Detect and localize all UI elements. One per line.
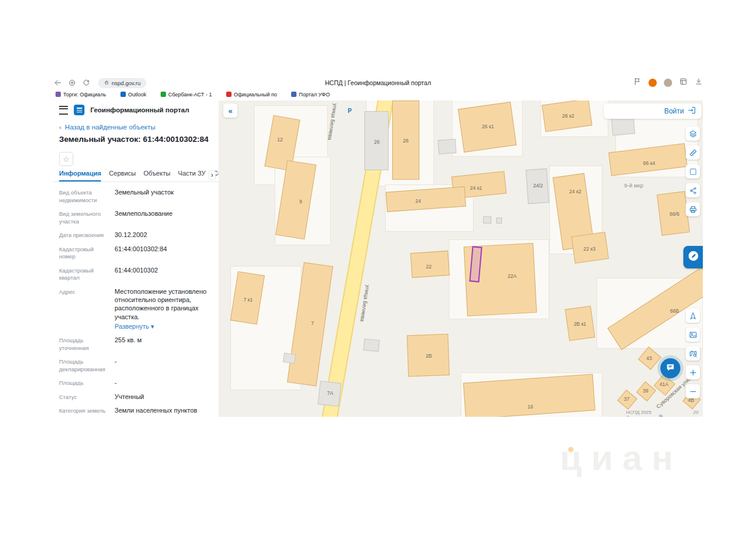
building-label: 9 xyxy=(299,199,302,205)
field-row: Кадастровый номер61:44:0010302:84 xyxy=(59,245,214,261)
profile-avatar[interactable] xyxy=(649,79,657,87)
field-label: Категория земель xyxy=(59,406,109,415)
hamburger-menu-icon[interactable] xyxy=(59,106,68,115)
chat-button[interactable] xyxy=(660,358,680,378)
district-label: 9-й мкр xyxy=(624,182,643,189)
field-value: Земельный участок xyxy=(115,188,214,204)
map-building[interactable] xyxy=(283,353,296,364)
cian-watermark: циан xyxy=(560,437,682,478)
building-label: 16 xyxy=(527,404,533,410)
field-row: Вид объекта недвижимостиЗемельный участо… xyxy=(59,188,214,204)
tool-plus-button[interactable] xyxy=(686,365,700,380)
field-row: АдресМестоположение установлено относите… xyxy=(59,287,214,330)
street-label: улица Беляева xyxy=(359,284,371,322)
bookmark-item[interactable]: Портал УФО xyxy=(291,92,330,98)
field-label: Статус xyxy=(59,393,109,401)
tool-ruler-button[interactable] xyxy=(686,145,700,160)
tool-layers-button[interactable] xyxy=(686,127,700,141)
map-tools-top xyxy=(686,127,700,216)
page-tab-title: НСПД | Геоинформационный портал xyxy=(53,79,703,86)
download-icon[interactable] xyxy=(695,77,703,88)
bookmark-item[interactable]: Торги: Официаль xyxy=(56,92,106,98)
bookmark-favicon xyxy=(161,92,166,97)
url-text: nspd.gov.ru xyxy=(112,80,141,86)
tab-0[interactable]: Информация xyxy=(59,170,101,181)
reload-icon[interactable] xyxy=(82,78,91,87)
tool-cursor-button[interactable] xyxy=(686,309,700,323)
mapsearch-icon xyxy=(689,349,698,358)
building-label: 66/6 xyxy=(670,211,680,217)
secondary-avatar[interactable] xyxy=(664,79,672,87)
collapse-icon: « xyxy=(228,106,232,115)
bookmark-item[interactable]: Официальный по xyxy=(226,92,277,98)
bookmark-label: Outlook xyxy=(128,92,146,98)
bookmark-item[interactable]: Сбербанк-АСТ - 1 xyxy=(161,92,212,98)
bookmark-favicon xyxy=(291,92,296,97)
field-label: Площадь декларированная xyxy=(59,357,109,373)
tool-image-button[interactable] xyxy=(686,328,700,342)
back-link-label: Назад в найденные объекты xyxy=(65,124,155,131)
bookmark-item[interactable]: Outlook xyxy=(120,92,146,98)
layers-icon xyxy=(689,129,698,138)
map-building[interactable] xyxy=(363,339,380,352)
pen-icon xyxy=(687,249,700,262)
tab-1[interactable]: Сервисы xyxy=(109,170,136,181)
building-label: 41А xyxy=(659,381,668,387)
share-icon xyxy=(689,186,698,195)
map-attribution: НСПД 2025 © 20 m xyxy=(626,410,703,417)
chevron-left-icon: ‹ xyxy=(59,124,61,131)
extensions-box-icon[interactable] xyxy=(679,77,687,88)
map-building[interactable] xyxy=(496,218,502,223)
bookmark-label: Сбербанк-АСТ - 1 xyxy=(168,92,212,98)
map-canvas[interactable]: 12262626 к126 к266 к424 к124/224 к224966… xyxy=(219,100,703,417)
bookmark-flag-icon[interactable] xyxy=(633,77,641,88)
building-label: 7А xyxy=(327,390,333,396)
building-label: 39 xyxy=(643,388,648,394)
field-label: Вид объекта недвижимости xyxy=(59,188,109,204)
tool-select-button[interactable] xyxy=(686,164,700,179)
favorite-star-button[interactable]: ☆ xyxy=(59,152,73,166)
expand-link[interactable]: Развернуть ▾ xyxy=(115,322,214,330)
map-building[interactable] xyxy=(438,139,457,154)
field-value: 61:44:0010302 xyxy=(115,266,214,282)
field-label: Дата присвоения xyxy=(59,231,109,239)
field-row: Площадь декларированная- xyxy=(59,357,214,373)
map-building[interactable] xyxy=(483,216,491,223)
bookmark-favicon xyxy=(226,92,232,97)
back-to-results-link[interactable]: ‹ Назад в найденные объекты xyxy=(59,124,155,131)
address-bar[interactable]: nspd.gov.ru xyxy=(98,78,146,88)
attribution-toggle-icon[interactable] xyxy=(658,414,663,417)
chrome-right-icons xyxy=(633,76,703,90)
back-icon[interactable] xyxy=(53,78,63,87)
street-label: улица Беляева xyxy=(327,103,338,140)
field-label: Площадь xyxy=(59,378,109,387)
extensions-badge-icon[interactable] xyxy=(67,78,77,87)
tab-bar: ИнформацияСервисыОбъектыЧасти ЗУСост xyxy=(53,170,219,182)
panel-header: Геоинформационный портал xyxy=(59,105,189,115)
building-label: 22А xyxy=(507,273,516,279)
field-row: Кадастровый квартал61:44:0010302 xyxy=(59,266,214,282)
tab-2[interactable]: Объекты xyxy=(144,170,170,181)
tab-3[interactable]: Части ЗУ xyxy=(178,170,206,181)
app-title: Геоинформационный портал xyxy=(90,106,189,114)
collapse-panel-button[interactable]: « xyxy=(223,103,237,118)
ruler-icon xyxy=(689,148,698,157)
watermark-dot xyxy=(568,447,573,452)
more-tabs-button[interactable]: › xyxy=(208,170,216,180)
tool-share-button[interactable] xyxy=(686,183,700,197)
building-label: 24 xyxy=(415,198,421,204)
portal-logo-icon[interactable] xyxy=(74,105,84,115)
box-icon xyxy=(679,77,687,86)
building-label: 24 к1 xyxy=(470,185,482,191)
building-label: 43 xyxy=(646,355,651,361)
tool-print-button[interactable] xyxy=(686,202,700,216)
login-bar[interactable]: Войти xyxy=(604,103,702,119)
star-icon: ☆ xyxy=(63,155,70,164)
field-label: Адрес xyxy=(59,287,109,330)
bookmarks-bar: Торги: ОфициальOutlookСбербанк-АСТ - 1Оф… xyxy=(56,89,703,99)
tool-minus-button[interactable] xyxy=(686,384,700,398)
active-tool-button[interactable] xyxy=(683,246,703,268)
field-value: 61:44:0010302:84 xyxy=(115,245,214,261)
login-label: Войти xyxy=(664,107,684,115)
tool-mapsearch-button[interactable] xyxy=(686,346,700,361)
